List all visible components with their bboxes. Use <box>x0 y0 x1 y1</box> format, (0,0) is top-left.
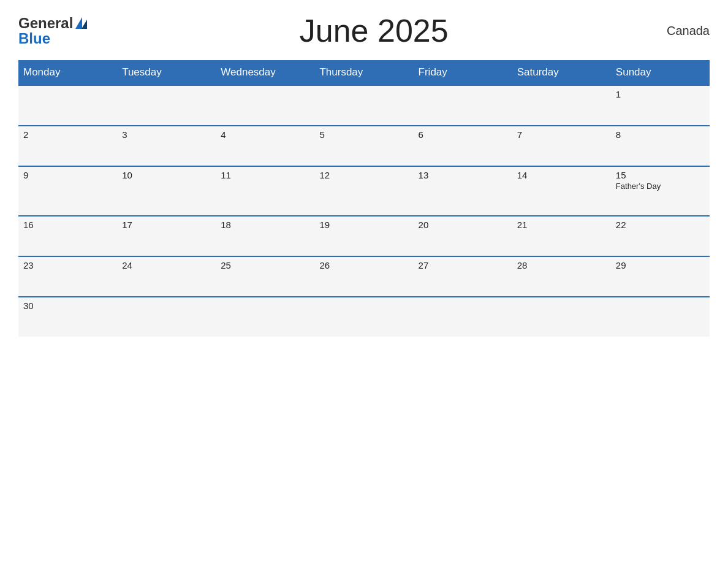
day-cell <box>216 85 314 126</box>
day-cell: 19 <box>314 216 413 256</box>
day-cell: 1 <box>611 85 710 126</box>
day-cell: 11 <box>216 166 314 216</box>
day-cell: 22 <box>611 216 710 256</box>
day-cell: 20 <box>414 216 512 256</box>
calendar-title: June 2025 <box>87 12 661 49</box>
day-number: 13 <box>419 170 507 180</box>
day-cell <box>414 85 512 126</box>
day-cell <box>117 297 216 337</box>
day-cell: 9 <box>18 166 117 216</box>
day-cell: 23 <box>18 256 117 297</box>
week-row-4: 23242526272829 <box>18 256 710 297</box>
week-row-3: 16171819202122 <box>18 216 710 256</box>
day-number: 29 <box>616 260 705 270</box>
day-number: 11 <box>221 170 309 180</box>
header: General Blue June 2025 Canada <box>18 12 710 49</box>
logo: General Blue <box>18 15 87 46</box>
col-header-wednesday: Wednesday <box>216 60 314 85</box>
logo-blue-text: Blue <box>18 30 50 47</box>
day-cell <box>216 297 314 337</box>
day-cell <box>512 297 611 337</box>
day-cell: 21 <box>512 216 611 256</box>
logo-triangle-small <box>82 20 87 29</box>
col-header-monday: Monday <box>18 60 117 85</box>
calendar-header: MondayTuesdayWednesdayThursdayFridaySatu… <box>18 60 710 85</box>
day-number: 27 <box>419 260 507 270</box>
day-cell: 28 <box>512 256 611 297</box>
day-cell: 2 <box>18 126 117 166</box>
day-number: 16 <box>23 220 112 230</box>
day-number: 20 <box>419 220 507 230</box>
day-cell: 10 <box>117 166 216 216</box>
day-number: 28 <box>517 260 606 270</box>
day-cell: 25 <box>216 256 314 297</box>
day-number: 9 <box>23 170 112 180</box>
day-cell: 30 <box>18 297 117 337</box>
col-header-friday: Friday <box>414 60 512 85</box>
day-number: 15 <box>616 170 705 180</box>
day-number: 21 <box>517 220 606 230</box>
day-cell: 8 <box>611 126 710 166</box>
day-number: 10 <box>122 170 211 180</box>
day-number: 7 <box>517 129 606 140</box>
day-number: 12 <box>319 170 408 180</box>
day-cell: 24 <box>117 256 216 297</box>
calendar-table: MondayTuesdayWednesdayThursdayFridaySatu… <box>18 60 710 337</box>
day-cell: 15Father's Day <box>611 166 710 216</box>
day-number: 5 <box>319 129 408 140</box>
day-cell: 4 <box>216 126 314 166</box>
day-cell: 26 <box>314 256 413 297</box>
col-header-thursday: Thursday <box>314 60 413 85</box>
day-cell: 17 <box>117 216 216 256</box>
header-row: MondayTuesdayWednesdayThursdayFridaySatu… <box>18 60 710 85</box>
logo-blue-row: Blue <box>18 31 50 46</box>
day-cell: 16 <box>18 216 117 256</box>
day-number: 2 <box>23 129 112 140</box>
week-row-1: 2345678 <box>18 126 710 166</box>
day-cell <box>314 85 413 126</box>
day-number: 26 <box>319 260 408 270</box>
day-cell <box>611 297 710 337</box>
day-number: 17 <box>122 220 211 230</box>
day-event: Father's Day <box>616 182 705 191</box>
logo-general-text: General <box>18 15 73 31</box>
calendar-body: 123456789101112131415Father's Day1617181… <box>18 85 710 337</box>
day-cell: 3 <box>117 126 216 166</box>
day-number: 23 <box>23 260 112 270</box>
day-cell: 13 <box>414 166 512 216</box>
day-number: 19 <box>319 220 408 230</box>
day-cell <box>414 297 512 337</box>
week-row-2: 9101112131415Father's Day <box>18 166 710 216</box>
day-number: 18 <box>221 220 309 230</box>
week-row-0: 1 <box>18 85 710 126</box>
day-cell <box>314 297 413 337</box>
col-header-sunday: Sunday <box>611 60 710 85</box>
day-number: 6 <box>419 129 507 140</box>
day-cell: 14 <box>512 166 611 216</box>
day-number: 30 <box>23 301 112 311</box>
day-cell <box>512 85 611 126</box>
day-number: 1 <box>616 89 705 99</box>
day-cell: 18 <box>216 216 314 256</box>
day-cell: 29 <box>611 256 710 297</box>
day-cell <box>117 85 216 126</box>
day-number: 25 <box>221 260 309 270</box>
day-cell: 27 <box>414 256 512 297</box>
day-number: 24 <box>122 260 211 270</box>
day-cell: 12 <box>314 166 413 216</box>
day-number: 3 <box>122 129 211 140</box>
day-number: 4 <box>221 129 309 140</box>
day-number: 8 <box>616 129 705 140</box>
country-label: Canada <box>661 24 710 38</box>
col-header-saturday: Saturday <box>512 60 611 85</box>
logo-icon <box>75 17 87 29</box>
day-cell: 6 <box>414 126 512 166</box>
logo-general-row: General <box>18 15 87 31</box>
day-cell: 5 <box>314 126 413 166</box>
week-row-5: 30 <box>18 297 710 337</box>
day-number: 22 <box>616 220 705 230</box>
day-cell: 7 <box>512 126 611 166</box>
day-number: 14 <box>517 170 606 180</box>
col-header-tuesday: Tuesday <box>117 60 216 85</box>
day-cell <box>18 85 117 126</box>
